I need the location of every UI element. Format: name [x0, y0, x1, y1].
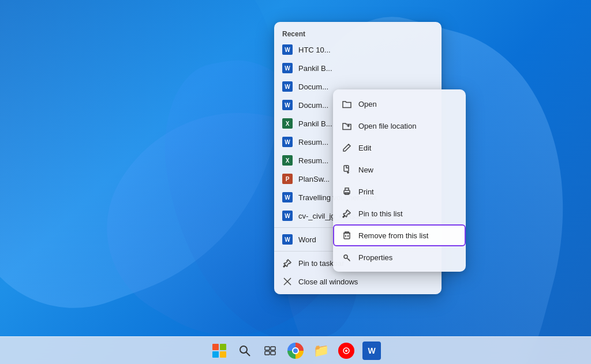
- recent-file-htc10[interactable]: W HTC 10...: [274, 40, 442, 59]
- file-name: Pankil B...: [298, 119, 332, 128]
- file-name: Docum...: [298, 82, 328, 91]
- file-new-icon: [341, 164, 353, 175]
- word-file-icon: W: [282, 211, 293, 221]
- file-name: Docum...: [298, 101, 328, 110]
- app-name: Word: [298, 235, 316, 244]
- svg-rect-16: [271, 347, 275, 350]
- pencil-icon: [341, 142, 353, 153]
- svg-line-14: [246, 352, 250, 356]
- pin-icon: [282, 258, 293, 268]
- svg-rect-17: [265, 351, 270, 355]
- word-file-icon: W: [282, 192, 293, 202]
- word-file-icon: W: [282, 81, 293, 92]
- svg-point-13: [240, 346, 247, 353]
- remove-from-list-item[interactable]: Remove from this list: [333, 224, 466, 246]
- task-view-icon: [264, 344, 276, 357]
- pin-to-list-label: Pin to this list: [358, 209, 403, 218]
- taskbar: 📁 W: [0, 336, 591, 364]
- close-all-windows-item[interactable]: Close all windows: [274, 272, 442, 291]
- open-file-location-item[interactable]: Open file location: [333, 115, 466, 137]
- print-label: Print: [358, 187, 374, 196]
- excel-file-icon: X: [282, 155, 293, 166]
- start-button[interactable]: [208, 339, 231, 362]
- recent-file-pankil1[interactable]: W Pankil B...: [274, 59, 442, 77]
- explorer-button[interactable]: 📁: [309, 339, 332, 362]
- word-file-icon: W: [282, 63, 293, 73]
- file-name: PlanSw...: [298, 175, 330, 183]
- search-icon: [238, 344, 251, 357]
- close-icon: [282, 276, 293, 287]
- open-label: Open: [358, 100, 377, 108]
- new-label: New: [358, 166, 373, 174]
- svg-point-20: [345, 350, 347, 352]
- trash-icon: [341, 230, 353, 241]
- word-file-icon: W: [282, 44, 293, 55]
- svg-line-12: [349, 259, 349, 260]
- word-taskbar-button[interactable]: W: [360, 339, 383, 362]
- edit-label: Edit: [358, 144, 371, 152]
- excel-file-icon: X: [282, 118, 293, 129]
- pin-to-list-item[interactable]: Pin to this list: [333, 202, 466, 224]
- folder-open-icon: [341, 98, 353, 110]
- youtube-music-icon: [338, 343, 354, 359]
- file-name: Pankil B...: [298, 64, 332, 73]
- folder-location-icon: [341, 120, 353, 132]
- chrome-button[interactable]: [284, 339, 307, 362]
- remove-from-list-label: Remove from this list: [358, 231, 428, 240]
- svg-rect-8: [344, 233, 350, 239]
- new-item[interactable]: New: [333, 159, 466, 181]
- svg-rect-15: [265, 347, 270, 350]
- ppt-file-icon: P: [282, 174, 293, 184]
- menu-section-recent: Recent: [274, 25, 442, 40]
- open-file-location-label: Open file location: [358, 122, 416, 130]
- word-taskbar-icon: W: [362, 342, 381, 360]
- search-button[interactable]: [233, 339, 256, 362]
- edit-item[interactable]: Edit: [333, 137, 466, 159]
- svg-point-11: [344, 255, 347, 258]
- printer-icon: [341, 186, 353, 197]
- chrome-icon: [287, 343, 304, 359]
- word-file-icon: W: [282, 137, 293, 147]
- folder-icon: 📁: [313, 343, 329, 358]
- task-view-button[interactable]: [259, 339, 282, 362]
- file-name: Resum...: [298, 138, 328, 147]
- windows-logo-icon: [212, 344, 226, 358]
- word-app-icon: W: [282, 234, 293, 245]
- youtube-music-button[interactable]: [335, 339, 358, 362]
- file-context-menu: Open Open file location Edit: [333, 89, 466, 272]
- print-item[interactable]: Print: [333, 181, 466, 202]
- word-file-icon: W: [282, 100, 293, 110]
- svg-rect-18: [271, 351, 275, 355]
- key-icon: [341, 252, 353, 263]
- pin-list-icon: [341, 208, 353, 219]
- close-all-label: Close all windows: [298, 277, 358, 286]
- file-name: Resum...: [298, 156, 328, 165]
- file-name: HTC 10...: [298, 46, 331, 54]
- open-item[interactable]: Open: [333, 93, 466, 115]
- properties-item[interactable]: Properties: [333, 246, 466, 268]
- properties-label: Properties: [358, 253, 392, 262]
